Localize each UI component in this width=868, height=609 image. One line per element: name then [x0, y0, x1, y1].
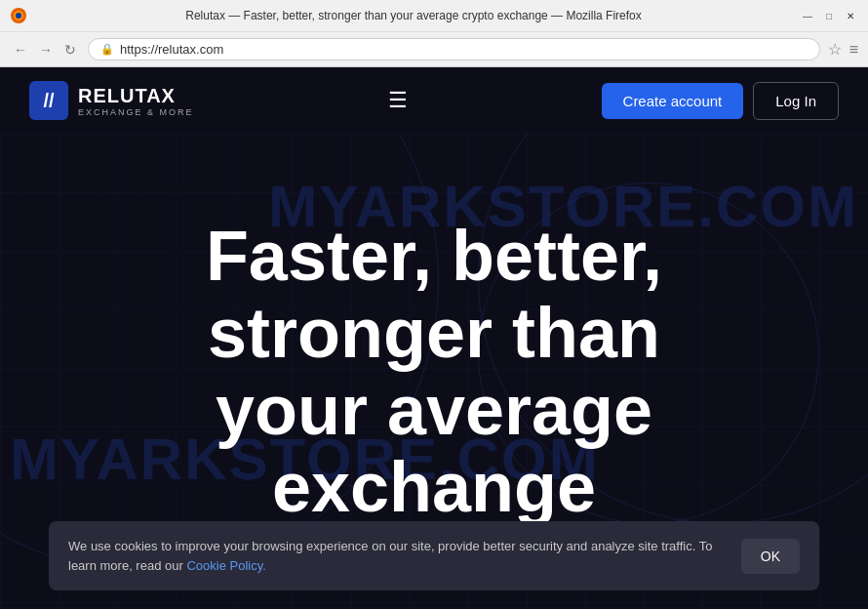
cookie-ok-button[interactable]: OK [741, 539, 800, 574]
forward-button[interactable]: → [35, 40, 57, 60]
hero-title-line1: Faster, better, [206, 218, 662, 295]
login-button[interactable]: Log In [753, 82, 839, 120]
page-title: Relutax — Faster, better, stronger than … [27, 9, 800, 22]
create-account-button[interactable]: Create account [602, 83, 744, 119]
hero-title-line4: exchange [206, 449, 662, 526]
logo: // RELUTAX EXCHANGE & MORE [29, 81, 194, 120]
logo-name: RELUTAX [78, 85, 194, 107]
hero-content: Faster, better, stronger than your avera… [186, 198, 682, 547]
hamburger-menu[interactable]: ☰ [388, 88, 408, 113]
lock-icon: 🔒 [100, 43, 114, 56]
title-bar-left [10, 7, 27, 24]
window-controls: — □ ✕ [800, 8, 858, 23]
hero-section: MYARKSTORE.COM MYARKSTORE.COM Faster, be… [0, 134, 868, 609]
logo-text: RELUTAX EXCHANGE & MORE [78, 85, 194, 117]
url-text: https://relutax.com [120, 42, 223, 57]
navbar: // RELUTAX EXCHANGE & MORE ☰ Create acco… [0, 67, 868, 134]
browser-chrome: Relutax — Faster, better, stronger than … [0, 0, 868, 67]
back-button[interactable]: ← [10, 40, 31, 60]
maximize-button[interactable]: □ [821, 8, 837, 23]
hero-title-line2: stronger than [206, 295, 662, 372]
cookie-main-text: We use cookies to improve your browsing … [68, 539, 712, 573]
cookie-policy-link[interactable]: Cookie Policy. [186, 558, 265, 573]
logo-tagline: EXCHANGE & MORE [78, 107, 194, 117]
bookmark-button[interactable]: ☆ [828, 40, 842, 59]
hero-title: Faster, better, stronger than your avera… [206, 218, 662, 527]
svg-point-2 [16, 13, 21, 19]
logo-slash: // [43, 90, 54, 112]
reload-button[interactable]: ↻ [60, 40, 80, 60]
cookie-banner: We use cookies to improve your browsing … [49, 521, 819, 590]
logo-icon: // [29, 81, 68, 120]
address-bar-right: ☆ ≡ [828, 40, 858, 59]
menu-button[interactable]: ≡ [849, 41, 858, 59]
firefox-icon [10, 7, 27, 24]
cookie-text: We use cookies to improve your browsing … [68, 537, 722, 575]
url-bar[interactable]: 🔒 https://relutax.com [88, 38, 820, 61]
website: // RELUTAX EXCHANGE & MORE ☰ Create acco… [0, 67, 868, 609]
address-bar: ← → ↻ 🔒 https://relutax.com ☆ ≡ [0, 31, 868, 66]
minimize-button[interactable]: — [800, 8, 815, 23]
nav-icons: ← → ↻ [10, 40, 80, 60]
nav-buttons: Create account Log In [602, 82, 839, 120]
hero-title-line3: your average [206, 372, 662, 449]
title-bar: Relutax — Faster, better, stronger than … [0, 0, 868, 31]
close-button[interactable]: ✕ [843, 8, 858, 23]
